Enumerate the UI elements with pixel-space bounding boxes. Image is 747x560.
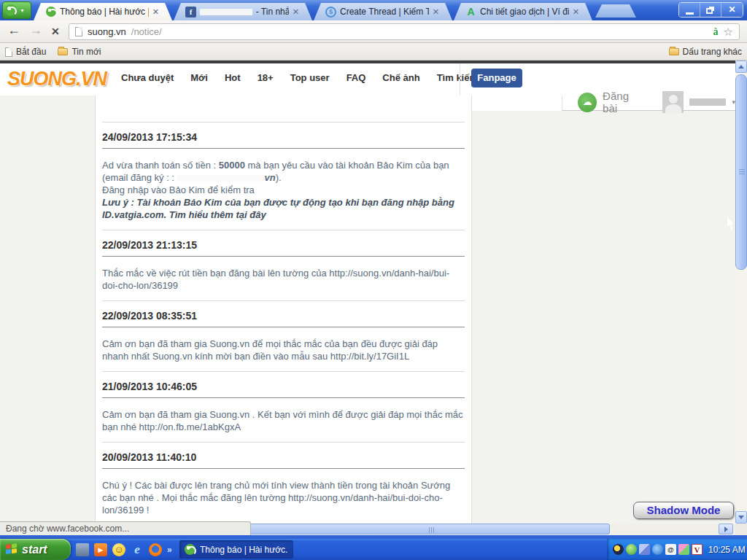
firefox-icon[interactable]: [149, 543, 162, 556]
green-swirl-favicon: [45, 7, 56, 18]
window-titlebar: ▼ Thông báo | Hài hước | Sung ✕ f - Tin …: [0, 0, 747, 20]
tray-volume-icon[interactable]: [652, 544, 663, 555]
bookmark-star-icon[interactable]: ☆: [724, 26, 733, 39]
taskbar-task-button[interactable]: Thông báo | Hài hước...: [179, 540, 293, 559]
minimize-icon: [686, 12, 694, 15]
yahoo-messenger-icon[interactable]: ☺: [112, 543, 125, 556]
notice-message: Ad vừa thanh toán số tiền : 50000 mà bạn…: [102, 159, 465, 221]
tab-strip: Thông báo | Hài hước | Sung ✕ f - Tin nh…: [34, 3, 636, 20]
notice-item: 24/09/2013 17:15:34 Ad vừa thanh toán số…: [102, 122, 465, 230]
redacted-email: [177, 175, 265, 182]
start-label: start: [22, 543, 47, 556]
other-bookmarks-label: Dấu trang khác: [683, 47, 742, 57]
notice-item: 22/09/2013 21:13:15 Thắc mắc về việc rút…: [102, 230, 465, 300]
triangle-up-icon: [738, 62, 744, 69]
nav-chua-duyet[interactable]: Chưa duyệt: [121, 72, 174, 83]
tab-close-icon[interactable]: ✕: [152, 7, 159, 17]
fanpage-button[interactable]: Fanpage: [471, 69, 522, 88]
tab-title: Chi tiết giao dịch | Ví điện tử: [480, 7, 569, 17]
facebook-icon: f: [185, 7, 196, 18]
page-viewport: SUONG.VN Chưa duyệt Mới Hot 18+ Top user…: [0, 61, 735, 524]
tab-create-thread[interactable]: $ Create Thread | Kiếm Tiền Tr ✕: [314, 3, 452, 20]
tray-download-icon[interactable]: [626, 544, 637, 555]
stop-button[interactable]: ✕: [51, 26, 60, 37]
tray-network-icon[interactable]: [639, 544, 650, 555]
show-desktop-icon[interactable]: [76, 543, 89, 556]
redacted-username[interactable]: [689, 98, 726, 106]
browser-menu-button[interactable]: ▼: [2, 1, 31, 19]
tray-swirl-icon[interactable]: [613, 544, 624, 555]
browser-task-icon: [185, 544, 196, 555]
bookmark-label: Tin mới: [71, 47, 101, 57]
tray-spiral-icon[interactable]: @: [665, 544, 676, 555]
tab-close-icon[interactable]: ✕: [433, 7, 439, 17]
tray-messenger-icon[interactable]: [678, 544, 689, 555]
post-row: ☁ Đăng bài ▾: [578, 90, 735, 114]
back-button[interactable]: ←: [7, 23, 20, 38]
dollar-circle-icon: $: [325, 7, 336, 18]
bookmark-bat-dau[interactable]: Bắt đầu: [5, 47, 46, 57]
nav-moi[interactable]: Mới: [190, 72, 208, 83]
scroll-right-button[interactable]: [719, 524, 733, 534]
grip-icon: [739, 169, 745, 170]
other-bookmarks[interactable]: Dấu trang khác: [669, 47, 742, 57]
nav-che-anh[interactable]: Chế ảnh: [382, 72, 419, 83]
vietnamese-input-icon[interactable]: à: [713, 26, 719, 38]
tab-notice[interactable]: Thông báo | Hài hước | Sung ✕: [34, 3, 172, 20]
system-tray: @ V 10:25 AM: [607, 539, 747, 560]
notice-date: 22/09/2013 21:13:15: [102, 239, 465, 257]
upload-cloud-icon[interactable]: ☁: [578, 93, 597, 112]
bookmark-label: Bắt đầu: [16, 47, 46, 57]
bookmark-folder-tin-moi[interactable]: Tin mới: [58, 47, 101, 57]
site-logo[interactable]: SUONG.VN: [7, 68, 107, 90]
windows-logo-icon: [6, 543, 18, 556]
tab-close-icon[interactable]: ✕: [293, 7, 299, 17]
vertical-scroll-thumb[interactable]: [735, 74, 747, 270]
task-title: Thông báo | Hài hước...: [200, 545, 288, 555]
notice-date: 21/09/2013 10:46:05: [102, 381, 465, 398]
media-player-icon[interactable]: ▶: [94, 543, 107, 556]
notice-text: ).: [276, 172, 282, 183]
page-icon: [5, 47, 12, 57]
notice-message: Thắc mắc về việc rút tiền bạn đăng bài l…: [102, 267, 465, 292]
internet-explorer-icon[interactable]: e: [131, 543, 144, 556]
redacted-tab-name: [200, 9, 252, 15]
forward-button[interactable]: →: [29, 23, 42, 38]
avatar[interactable]: [662, 91, 684, 113]
grip-icon: [429, 527, 430, 533]
url-host: suong.vn: [88, 26, 126, 37]
scroll-down-button[interactable]: [735, 511, 747, 524]
tab-close-icon[interactable]: ✕: [573, 7, 579, 17]
close-button[interactable]: ✕: [721, 3, 743, 17]
restore-icon: [706, 8, 713, 14]
triangle-down-icon: [738, 516, 744, 522]
vertical-scrollbar[interactable]: [735, 61, 747, 524]
post-button-label[interactable]: Đăng bài: [603, 90, 645, 114]
chevron-double-icon[interactable]: »: [167, 545, 172, 555]
notice-item: 22/09/2013 08:35:51 Cảm ơn bạn đã tham g…: [102, 300, 465, 371]
notice-message: Cảm ơn bạn đã tham gia Suong.vn để mọi t…: [102, 338, 465, 362]
nav-18plus[interactable]: 18+: [258, 72, 274, 83]
new-tab-button[interactable]: [595, 4, 636, 18]
folder-icon: [58, 48, 68, 55]
notice-note[interactable]: Lưu ý : Tài khoản Bảo Kim của bạn được t…: [102, 197, 454, 220]
restore-button[interactable]: [700, 3, 721, 17]
browser-toolbar: ← → ✕ suong.vn /notice/ à ☆: [0, 20, 747, 43]
horizontal-scroll-thumb[interactable]: [248, 524, 610, 534]
tab-transaction-detail[interactable]: A Chi tiết giao dịch | Ví điện tử ✕: [454, 3, 592, 20]
notice-item: 20/09/2013 11:40:10 Chú ý ! Các bài được…: [102, 442, 465, 524]
taskbar-clock: 10:25 AM: [708, 545, 746, 555]
nav-top-user[interactable]: Top user: [290, 72, 330, 83]
shadow-mode-button[interactable]: Shadow Mode: [633, 502, 734, 519]
start-button[interactable]: start: [0, 539, 71, 560]
site-nav: Chưa duyệt Mới Hot 18+ Top user FAQ Chế …: [121, 72, 478, 83]
nav-hot[interactable]: Hot: [225, 72, 241, 83]
tray-vietkey-icon[interactable]: V: [692, 544, 703, 555]
scroll-up-button[interactable]: [735, 61, 747, 73]
tab-facebook-messages[interactable]: f - Tin nhắn ✕: [174, 3, 312, 20]
green-letter-a-icon: A: [465, 7, 476, 18]
minimize-button[interactable]: [679, 3, 700, 17]
status-bar: Đang chờ www.facebook.com...: [0, 521, 251, 535]
address-bar[interactable]: suong.vn /notice/ à ☆: [69, 23, 740, 40]
nav-faq[interactable]: FAQ: [347, 72, 366, 83]
